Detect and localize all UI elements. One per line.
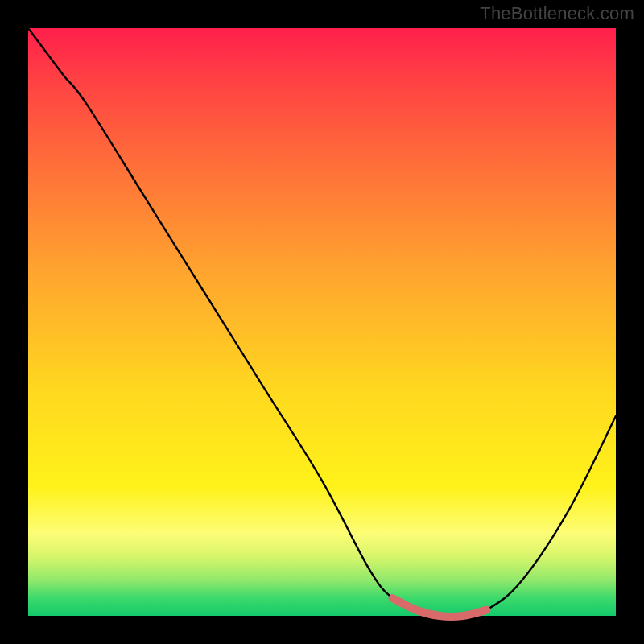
bottleneck-curve — [28, 28, 616, 617]
plot-area — [28, 28, 616, 616]
highlight-segment — [393, 598, 487, 617]
chart-frame: TheBottleneck.com — [0, 0, 644, 644]
watermark-text: TheBottleneck.com — [480, 3, 634, 24]
curve-svg — [28, 28, 616, 616]
